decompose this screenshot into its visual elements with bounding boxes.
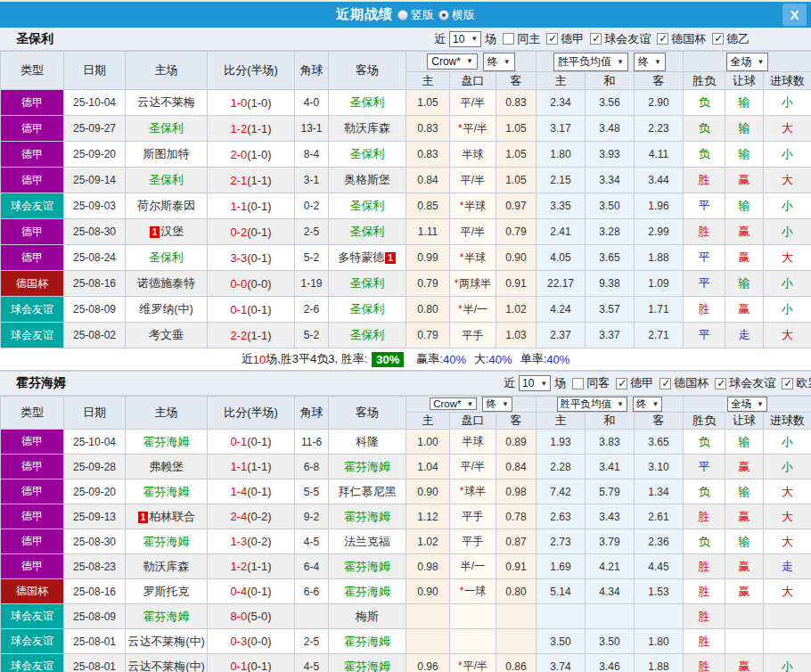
games-label: 场	[485, 31, 496, 47]
odds-away-cell: 1.02	[496, 297, 537, 323]
crow-dropdown[interactable]: Crow*	[430, 397, 477, 410]
radio-icon[interactable]	[438, 10, 449, 20]
radio-icon[interactable]	[397, 10, 408, 20]
result-cell: 胜	[684, 219, 725, 245]
corner-cell: 4-5	[295, 529, 329, 554]
home-team-cell: 1柏林联合	[126, 504, 208, 529]
avg-draw-cell: 3.56	[586, 90, 635, 116]
checkbox-icon[interactable]	[782, 378, 793, 389]
home-team-name: 云达不莱梅(中)	[127, 635, 205, 648]
near-label: 近	[434, 31, 446, 47]
avg-dropdown[interactable]: 胜平负均值	[553, 53, 628, 71]
avg-home-cell: 2.41	[537, 219, 586, 245]
avg-away-cell: 1.34	[635, 479, 684, 504]
games-count-select[interactable]: 10	[519, 375, 551, 391]
checkbox-icon[interactable]	[616, 378, 627, 389]
same-side-checkbox[interactable]: 同主	[503, 31, 540, 47]
checkbox-icon[interactable]	[715, 378, 726, 389]
away-team-name: 圣保利	[350, 147, 385, 160]
fulltime-score: 1-1	[230, 460, 247, 473]
handicap-result-cell: 赢	[725, 219, 764, 245]
stat-value: 40%	[546, 353, 569, 366]
fulltime-score: 1-2	[230, 122, 247, 135]
checkbox-icon[interactable]	[659, 378, 671, 389]
away-team-cell: 圣保利	[329, 193, 406, 219]
handicap-cell: *球半	[450, 479, 496, 504]
column-header: 日期	[64, 397, 126, 430]
away-team-cell: 奥格斯堡	[329, 168, 406, 193]
date-cell: 25-08-24	[64, 245, 126, 271]
final-dropdown-2[interactable]: 终	[633, 397, 662, 412]
result-cell: 胜	[684, 504, 725, 529]
avg-home-cell	[537, 604, 586, 629]
avg-draw-cell: 3.37	[586, 323, 635, 348]
avg-home-cell: 3.74	[537, 654, 586, 672]
avg-away-cell: 2.99	[635, 219, 684, 245]
games-count-select[interactable]: 10	[449, 31, 481, 47]
odds-away-cell: 0.91	[496, 271, 537, 297]
layout-radio-horizontal[interactable]: 横版	[438, 7, 475, 23]
checkbox-icon[interactable]	[657, 33, 668, 45]
league-filter-checkbox[interactable]: 德国杯	[657, 31, 706, 47]
crow-dropdown[interactable]: Crow*	[427, 53, 478, 70]
league-filter-checkbox-label: 德国杯	[674, 375, 709, 391]
corner-cell: 5-5	[295, 479, 329, 504]
score-cell: 0-1(0-1)	[208, 654, 295, 672]
result-cell: 胜	[684, 297, 725, 323]
away-team-cell: 霍芬海姆	[329, 654, 406, 672]
sub-column-header: 客	[635, 413, 684, 430]
avg-away-cell: 2.23	[635, 116, 684, 142]
league-filter-checkbox[interactable]: 欧罗巴杯	[782, 375, 811, 391]
avg-home-cell: 3.35	[537, 193, 586, 219]
league-cell: 德甲	[1, 219, 64, 245]
final-dropdown-2[interactable]: 终	[634, 53, 666, 71]
same-side-checkbox[interactable]: 同客	[572, 375, 610, 391]
goals-cell: 小	[764, 142, 811, 168]
league-filter-checkbox[interactable]: 球会友谊	[715, 375, 775, 391]
sub-column-header: 主	[537, 413, 586, 430]
league-filter-checkbox[interactable]: 德国杯	[659, 375, 709, 391]
fullmatch-dropdown[interactable]: 全场	[727, 397, 767, 412]
league-filter-checkbox[interactable]: 德甲	[546, 31, 584, 47]
checkbox-icon[interactable]	[712, 33, 724, 45]
score-cell: 1-2(1-1)	[208, 116, 295, 142]
avg-draw-cell: 3.43	[586, 504, 635, 529]
fulltime-score: 8-0	[230, 610, 247, 623]
home-team-cell: 霍芬海姆	[126, 479, 208, 504]
avg-away-cell: 3.10	[635, 455, 684, 479]
league-filter-checkbox[interactable]: 德乙	[712, 31, 750, 47]
close-button[interactable]: X	[782, 4, 807, 26]
fulltime-score: 1-0	[230, 96, 247, 110]
sub-column-header: 主	[406, 413, 450, 430]
final-dropdown-1[interactable]: 终	[483, 53, 515, 71]
league-filter-checkbox[interactable]: 德甲	[616, 375, 653, 391]
league-filter-checkbox[interactable]: 球会友谊	[590, 31, 651, 47]
away-team-cell: 法兰克福	[329, 529, 406, 554]
away-team-name: 霍芬海姆	[344, 660, 390, 672]
date-cell: 25-08-30	[64, 529, 126, 554]
star-mark: *	[460, 251, 464, 264]
star-mark: *	[455, 277, 459, 290]
handicap-cell: *两球半	[450, 271, 496, 297]
avg-draw-cell: 3.83	[586, 430, 635, 455]
layout-radio-vertical[interactable]: 竖版	[397, 7, 434, 23]
handicap-cell	[450, 604, 496, 629]
avg-dropdown[interactable]: 胜平负均值	[557, 397, 627, 412]
checkbox-icon[interactable]	[590, 33, 602, 45]
table-row: 球会友谊25-08-01云达不莱梅(中)0-3(0-0)2-5霍芬海姆3.503…	[1, 629, 811, 654]
final-dropdown-1[interactable]: 终	[482, 397, 512, 412]
handicap-cell: *平/半	[450, 116, 496, 142]
checkbox-icon[interactable]	[572, 378, 584, 389]
league-cell: 德甲	[1, 554, 64, 579]
filter-controls: 近10场同主德甲球会友谊德国杯德乙	[434, 31, 750, 47]
avg-home-cell: 1.80	[537, 142, 586, 168]
avg-away-cell: 2.36	[635, 529, 684, 554]
score-cell: 2-0(1-0)	[208, 142, 295, 168]
checkbox-icon[interactable]	[546, 33, 558, 45]
handicap-result-cell: 输	[725, 479, 764, 504]
checkbox-icon[interactable]	[503, 33, 514, 45]
table-row: 德甲25-09-14圣保利2-1(1-1)3-1奥格斯堡0.84平/半1.052…	[1, 168, 811, 193]
fullmatch-dropdown[interactable]: 全场	[726, 53, 769, 71]
league-cell: 德甲	[1, 504, 64, 529]
avg-draw-cell: 3.50	[586, 629, 635, 654]
